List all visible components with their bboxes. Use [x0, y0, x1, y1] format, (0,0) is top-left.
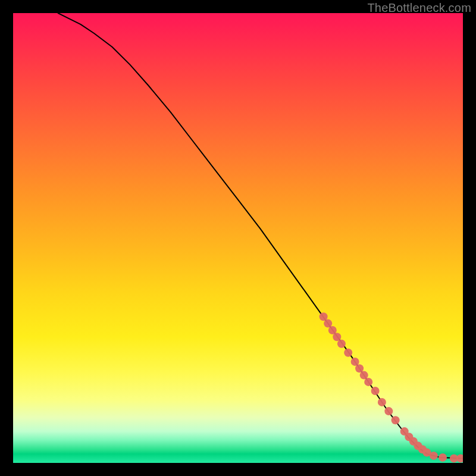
watermark-text: TheBottleneck.com: [367, 1, 471, 15]
highlight-points: [320, 312, 463, 462]
svg-point-11: [378, 398, 386, 406]
svg-point-7: [355, 364, 364, 372]
plot-area: [13, 13, 463, 463]
svg-point-21: [439, 453, 447, 462]
chart-overlay-svg: [13, 13, 463, 463]
svg-point-12: [384, 407, 393, 415]
svg-point-5: [344, 349, 352, 357]
svg-point-23: [456, 454, 463, 462]
svg-point-3: [333, 333, 341, 341]
svg-point-13: [392, 416, 400, 424]
svg-point-10: [371, 387, 380, 395]
svg-point-4: [337, 340, 346, 348]
svg-point-20: [430, 452, 438, 460]
svg-point-9: [364, 378, 372, 386]
chart-stage: TheBottleneck.com: [0, 0, 476, 476]
curve-line: [58, 13, 463, 458]
svg-point-1: [324, 320, 332, 328]
